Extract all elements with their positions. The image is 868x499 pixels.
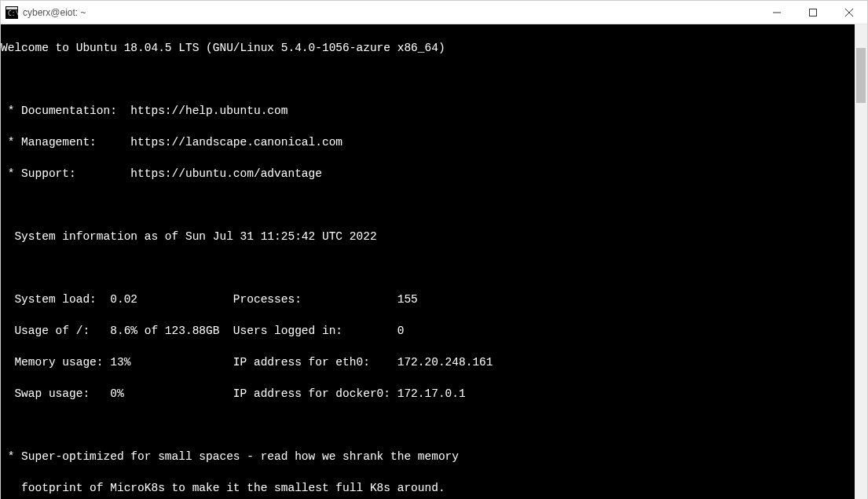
terminal-window: C:\ cyberx@eiot: ~ Welcome to Ubuntu 18.… — [0, 0, 868, 499]
svg-rect-4 — [810, 9, 817, 16]
sysinfo-row: Usage of /: 8.6% of 123.88GB Users logge… — [1, 323, 855, 339]
terminal-output[interactable]: Welcome to Ubuntu 18.04.5 LTS (GNU/Linux… — [1, 24, 855, 499]
close-button[interactable] — [831, 1, 867, 24]
window-controls — [759, 1, 867, 24]
maximize-button[interactable] — [795, 1, 831, 24]
mgmt-url: https://landscape.canonical.com — [130, 136, 342, 149]
sysinfo-row: Swap usage: 0% IP address for docker0: 1… — [1, 386, 855, 402]
motd-mgmt: * Management: https://landscape.canonica… — [1, 134, 855, 150]
support-url: https://ubuntu.com/advantage — [130, 167, 322, 180]
minimize-button[interactable] — [759, 1, 795, 24]
blank-line — [1, 417, 855, 433]
titlebar[interactable]: C:\ cyberx@eiot: ~ — [1, 1, 867, 24]
doc-url: https://help.ubuntu.com — [130, 105, 288, 117]
terminal-area: Welcome to Ubuntu 18.04.5 LTS (GNU/Linux… — [1, 24, 867, 499]
svg-text:C:\: C:\ — [8, 10, 18, 17]
motd-welcome: Welcome to Ubuntu 18.04.5 LTS (GNU/Linux… — [1, 40, 855, 56]
sysinfo-row: System load: 0.02 Processes: 155 — [1, 292, 855, 307]
sysinfo-header: System information as of Sun Jul 31 11:2… — [1, 229, 855, 244]
blank-line — [1, 197, 855, 213]
scrollbar[interactable] — [855, 24, 867, 499]
motd-support: * Support: https://ubuntu.com/advantage — [1, 166, 855, 182]
svg-rect-1 — [6, 7, 17, 9]
terminal-icon: C:\ — [5, 6, 18, 19]
motd-microk8s: * Super-optimized for small spaces - rea… — [1, 449, 855, 464]
motd-doc: * Documentation: https://help.ubuntu.com — [1, 103, 855, 119]
window-title: cyberx@eiot: ~ — [23, 7, 86, 18]
sysinfo-row: Memory usage: 13% IP address for eth0: 1… — [1, 354, 855, 370]
motd-microk8s: footprint of MicroK8s to make it the sma… — [1, 480, 855, 496]
scrollbar-thumb[interactable] — [856, 48, 866, 103]
blank-line — [1, 260, 855, 276]
blank-line — [1, 72, 855, 87]
